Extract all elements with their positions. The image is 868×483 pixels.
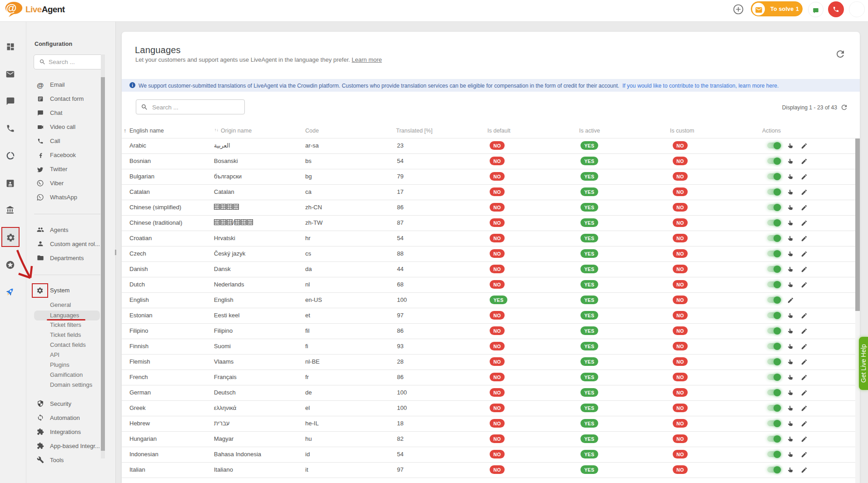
- svg-text:@: @: [6, 2, 17, 14]
